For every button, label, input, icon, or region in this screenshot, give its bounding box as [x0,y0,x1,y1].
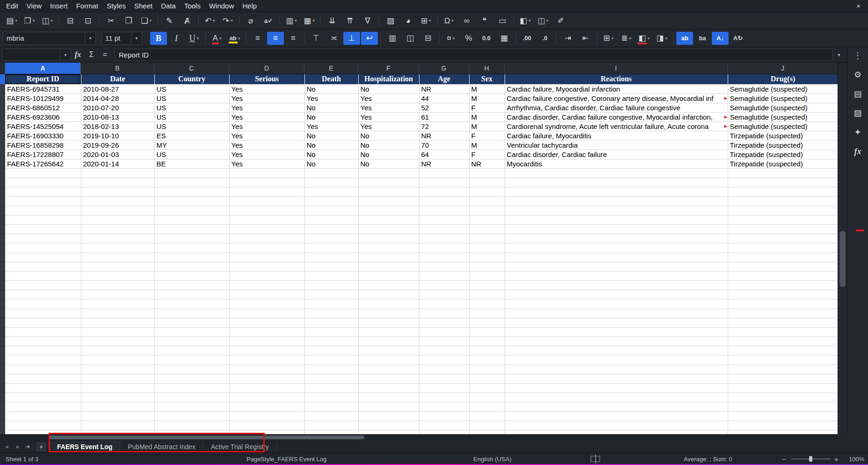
cell[interactable] [304,365,358,374]
cell[interactable]: US [154,93,229,103]
dropdown-caret-icon[interactable]: ▾ [238,36,240,41]
cell[interactable] [419,187,469,196]
chevron-down-icon[interactable]: ▾ [60,49,71,60]
cell[interactable] [469,336,505,346]
cell[interactable] [358,355,419,365]
cell[interactable] [304,224,358,234]
unmerge-cells-button[interactable]: ⊟ [420,32,436,45]
cell[interactable] [81,243,154,252]
cell[interactable] [229,318,304,327]
cell[interactable] [229,327,304,336]
cell[interactable] [358,224,419,234]
cell[interactable]: Yes [229,93,304,103]
insert-rows-button[interactable]: ▥▾ [283,14,300,27]
cell[interactable] [419,224,469,234]
cell[interactable] [505,262,728,271]
cell[interactable] [728,187,838,196]
open-button[interactable]: ❒▾ [21,14,38,27]
zoom-slider-thumb[interactable] [809,456,812,462]
cell[interactable]: Arrhythmia, Cardiac disorder, Cardiac fa… [505,103,728,112]
cell[interactable]: Semaglutide (suspected) [728,112,838,122]
cell[interactable] [81,178,154,187]
cell[interactable] [728,271,838,280]
cell[interactable] [419,308,469,318]
cell[interactable] [728,421,838,430]
clone-formatting-button[interactable]: ✎ [161,14,178,27]
cell[interactable]: Tirzepatide (suspected) [728,150,838,159]
cell[interactable] [505,280,728,290]
cell[interactable] [728,168,838,178]
cell[interactable]: 72 [419,122,469,131]
cell[interactable] [229,168,304,178]
cell[interactable] [81,318,154,327]
column-header-H[interactable]: H [469,63,505,74]
dropdown-caret-icon[interactable]: ▾ [452,18,454,23]
cell[interactable] [358,206,419,215]
cell[interactable]: M [469,112,505,122]
cell[interactable] [154,206,229,215]
zoom-slider[interactable] [791,458,831,459]
sidebar-gallery-icon[interactable]: ▨ [851,107,865,120]
cell[interactable]: NR [419,159,469,168]
cell[interactable] [154,168,229,178]
cell[interactable]: 44 [419,93,469,103]
cell[interactable] [728,393,838,402]
cell[interactable]: Cardiac failure, Myocarditis [505,131,728,140]
cell[interactable] [229,243,304,252]
sheet-tab-faers-event-log[interactable]: FAERS Event Log [50,441,120,452]
cell[interactable] [229,290,304,299]
cell[interactable]: Yes [229,103,304,112]
show-draw-functions-button[interactable]: ✐ [552,14,569,27]
italic-button[interactable]: I [168,32,185,45]
cell[interactable] [728,262,838,271]
cell[interactable] [469,411,505,421]
align-bottom-button[interactable]: ⊥ [343,32,360,45]
cell[interactable] [304,243,358,252]
cell[interactable] [81,327,154,336]
cell[interactable] [5,271,81,280]
cell[interactable]: Yes [358,112,419,122]
cell[interactable] [81,402,154,411]
cell[interactable] [419,374,469,383]
cell[interactable] [81,196,154,206]
cell[interactable] [81,224,154,234]
cell[interactable] [5,355,81,365]
name-box[interactable]: ▾ [2,49,71,61]
cell[interactable] [5,252,81,262]
cell[interactable] [5,346,81,355]
insert-hyperlink-button[interactable]: ∞ [458,14,475,27]
cell[interactable] [505,374,728,383]
cell[interactable] [358,262,419,271]
cell[interactable] [728,280,838,290]
cell[interactable]: Cardiac disorder, Cardiac failure [505,150,728,159]
cell[interactable] [229,411,304,421]
cell[interactable] [358,290,419,299]
cell[interactable] [728,224,838,234]
cell[interactable] [358,346,419,355]
cell[interactable] [419,262,469,271]
cell[interactable] [419,402,469,411]
cell[interactable] [469,318,505,327]
cell[interactable] [358,402,419,411]
menu-item-tools[interactable]: Tools [180,0,205,12]
cell[interactable] [154,280,229,290]
insert-chart-button[interactable]: ◕ [400,14,417,27]
cell[interactable]: MY [154,140,229,150]
find-replace-button[interactable]: ⌀ [242,14,259,27]
cell[interactable] [5,327,81,336]
cell[interactable] [229,234,304,243]
cell[interactable] [5,402,81,411]
cell[interactable] [469,262,505,271]
cell[interactable] [358,252,419,262]
cell[interactable] [81,430,154,434]
cell[interactable] [5,280,81,290]
cell[interactable]: Semaglutide (suspected) [728,84,838,93]
cell[interactable] [419,178,469,187]
dropdown-caret-icon[interactable]: ▾ [611,36,614,41]
header-cell[interactable]: Hospitalization [358,74,419,84]
cell[interactable] [229,178,304,187]
cell[interactable] [5,411,81,421]
cell[interactable] [358,196,419,206]
cell[interactable] [728,196,838,206]
text-direction-rtl-button[interactable]: ba [694,32,711,45]
